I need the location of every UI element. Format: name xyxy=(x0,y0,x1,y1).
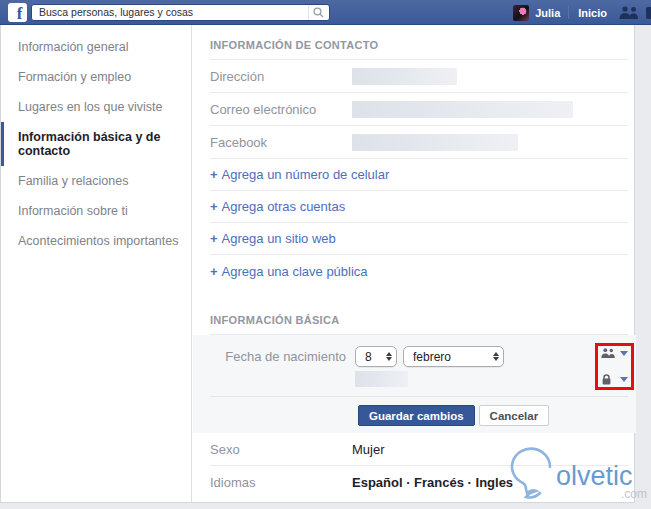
add-mobile-link[interactable]: +Agrega un número de celular xyxy=(210,167,389,182)
row-label: Facebook xyxy=(210,135,352,150)
messages-icon[interactable] xyxy=(646,7,651,19)
search-divider xyxy=(308,6,309,19)
editor-divider xyxy=(210,396,628,397)
birth-month-select[interactable]: febrero xyxy=(403,346,504,367)
add-website-row: +Agrega un sitio web xyxy=(210,223,628,255)
add-accounts-row: +Agrega otras cuentas xyxy=(210,191,628,223)
search-box[interactable] xyxy=(31,4,330,21)
birthyear-audience-selector[interactable] xyxy=(601,374,628,385)
sidebar-item-informacion-general[interactable]: Información general xyxy=(1,32,191,62)
stepper-arrows-icon xyxy=(386,352,392,361)
sidebar-item-informacion-sobre-ti[interactable]: Información sobre ti xyxy=(1,196,191,226)
row-label: Idiomas xyxy=(210,475,352,490)
search-icon[interactable] xyxy=(313,7,324,18)
cancel-button[interactable]: Cancelar xyxy=(479,405,550,426)
stepper-arrows-icon xyxy=(493,352,499,361)
save-button[interactable]: Guardar cambios xyxy=(358,405,475,426)
table-row-facebook: Facebook xyxy=(210,126,628,159)
about-content: INFORMACIÓN DE CONTACTO Dirección Correo… xyxy=(193,25,636,502)
privacy-highlight-box xyxy=(595,343,634,390)
table-row-correo: Correo electrónico xyxy=(210,93,628,126)
about-page-card: Información general Formación y empleo L… xyxy=(0,25,635,503)
birthday-label: Fecha de nacimiento xyxy=(193,349,346,364)
add-mobile-row: +Agrega un número de celular xyxy=(210,159,628,191)
contact-section-title: INFORMACIÓN DE CONTACTO xyxy=(210,39,628,60)
plus-icon: + xyxy=(210,231,218,246)
sidebar-item-familia-y-relaciones[interactable]: Familia y relaciones xyxy=(1,166,191,196)
friend-requests-icon[interactable] xyxy=(619,6,640,19)
facebook-logo[interactable]: f xyxy=(8,3,27,22)
redacted-email-value xyxy=(352,101,573,118)
sidebar-item-acontecimientos[interactable]: Acontecimientos importantes xyxy=(1,226,191,256)
add-public-key-link[interactable]: +Agrega una clave pública xyxy=(210,264,368,279)
sidebar-item-informacion-basica[interactable]: Información básica y de contacto xyxy=(1,122,191,166)
lock-audience-icon xyxy=(601,374,612,385)
about-sidebar: Información general Formación y empleo L… xyxy=(1,25,192,502)
row-label: Correo electrónico xyxy=(210,102,352,117)
facebook-navbar: f Julia Inicio xyxy=(0,0,651,25)
birth-day-select[interactable]: 8 xyxy=(355,346,397,367)
plus-icon: + xyxy=(210,199,218,214)
birthday-audience-selector[interactable] xyxy=(601,348,628,358)
redacted-facebook-value xyxy=(352,134,518,151)
plus-icon: + xyxy=(210,167,218,182)
redacted-birth-year xyxy=(355,371,408,387)
table-row-sexo: Sexo Mujer xyxy=(210,433,628,466)
navbar-divider xyxy=(568,6,569,19)
basic-section-title: INFORMACIÓN BÁSICA xyxy=(210,314,628,335)
profile-link[interactable]: Julia xyxy=(535,7,560,19)
navbar-right: Julia Inicio xyxy=(513,0,651,25)
add-public-key-row: +Agrega una clave pública xyxy=(210,255,628,287)
add-website-link[interactable]: +Agrega un sitio web xyxy=(210,231,336,246)
table-row-idiomas: Idiomas Español · Francés · Ingles xyxy=(210,466,628,509)
chevron-down-icon xyxy=(620,351,628,356)
facebook-logo-letter: f xyxy=(17,6,23,22)
table-row-direccion: Dirección xyxy=(210,60,628,93)
row-label: Dirección xyxy=(210,69,352,84)
row-label: Sexo xyxy=(210,442,352,457)
plus-icon: + xyxy=(210,264,218,279)
birthday-editor: Fecha de nacimiento 8 febrero xyxy=(193,335,636,433)
sidebar-item-formacion-y-empleo[interactable]: Formación y empleo xyxy=(1,62,191,92)
home-link[interactable]: Inicio xyxy=(578,7,607,19)
add-accounts-link[interactable]: +Agrega otras cuentas xyxy=(210,199,345,214)
sidebar-item-lugares[interactable]: Lugares en los que viviste xyxy=(1,92,191,122)
search-input[interactable] xyxy=(32,5,308,20)
avatar[interactable] xyxy=(513,5,529,21)
languages-value: Español · Francés · Ingles xyxy=(352,475,513,490)
chevron-down-icon xyxy=(620,377,628,382)
gender-value: Mujer xyxy=(352,442,385,457)
redacted-address-value xyxy=(352,68,457,85)
friends-audience-icon xyxy=(601,348,615,358)
